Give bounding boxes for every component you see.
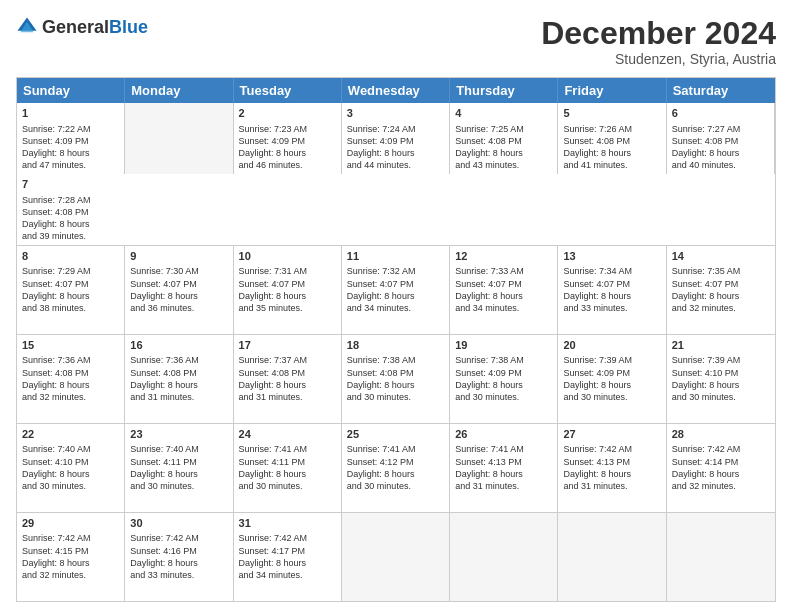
calendar-cell: 6Sunrise: 7:27 AMSunset: 4:08 PMDaylight…: [667, 103, 775, 174]
calendar-cell: 20Sunrise: 7:39 AMSunset: 4:09 PMDayligh…: [558, 335, 666, 423]
calendar-cell: 4Sunrise: 7:25 AMSunset: 4:08 PMDaylight…: [450, 103, 558, 174]
calendar-cell: 10Sunrise: 7:31 AMSunset: 4:07 PMDayligh…: [234, 246, 342, 334]
day-header-tuesday: Tuesday: [234, 78, 342, 103]
calendar-cell: 7Sunrise: 7:28 AMSunset: 4:08 PMDaylight…: [17, 174, 125, 245]
calendar-cell: 2Sunrise: 7:23 AMSunset: 4:09 PMDaylight…: [234, 103, 342, 174]
calendar-week: 15Sunrise: 7:36 AMSunset: 4:08 PMDayligh…: [17, 334, 775, 423]
calendar-cell: 26Sunrise: 7:41 AMSunset: 4:13 PMDayligh…: [450, 424, 558, 512]
day-header-saturday: Saturday: [667, 78, 775, 103]
calendar-week: 22Sunrise: 7:40 AMSunset: 4:10 PMDayligh…: [17, 423, 775, 512]
day-header-thursday: Thursday: [450, 78, 558, 103]
calendar-cell: 24Sunrise: 7:41 AMSunset: 4:11 PMDayligh…: [234, 424, 342, 512]
calendar-cell-empty: [342, 513, 450, 601]
day-header-wednesday: Wednesday: [342, 78, 450, 103]
calendar-cell: 21Sunrise: 7:39 AMSunset: 4:10 PMDayligh…: [667, 335, 775, 423]
calendar-cell-empty: [667, 513, 775, 601]
day-header-friday: Friday: [558, 78, 666, 103]
calendar-cell: 29Sunrise: 7:42 AMSunset: 4:15 PMDayligh…: [17, 513, 125, 601]
page: GeneralBlue December 2024 Studenzen, Sty…: [0, 0, 792, 612]
calendar-cell: 12Sunrise: 7:33 AMSunset: 4:07 PMDayligh…: [450, 246, 558, 334]
logo: GeneralBlue: [16, 16, 148, 38]
calendar-week: 8Sunrise: 7:29 AMSunset: 4:07 PMDaylight…: [17, 245, 775, 334]
calendar-cell: 18Sunrise: 7:38 AMSunset: 4:08 PMDayligh…: [342, 335, 450, 423]
calendar-cell: 22Sunrise: 7:40 AMSunset: 4:10 PMDayligh…: [17, 424, 125, 512]
calendar-cell: 9Sunrise: 7:30 AMSunset: 4:07 PMDaylight…: [125, 246, 233, 334]
calendar-cell: 17Sunrise: 7:37 AMSunset: 4:08 PMDayligh…: [234, 335, 342, 423]
calendar-cell: 19Sunrise: 7:38 AMSunset: 4:09 PMDayligh…: [450, 335, 558, 423]
calendar-cell: 16Sunrise: 7:36 AMSunset: 4:08 PMDayligh…: [125, 335, 233, 423]
calendar-body: 1Sunrise: 7:22 AMSunset: 4:09 PMDaylight…: [17, 103, 775, 601]
calendar-cell-empty: [125, 103, 233, 174]
calendar-cell-empty: [558, 513, 666, 601]
logo-text: GeneralBlue: [42, 17, 148, 38]
calendar-cell-empty: [450, 513, 558, 601]
month-title: December 2024: [541, 16, 776, 51]
calendar-cell: 8Sunrise: 7:29 AMSunset: 4:07 PMDaylight…: [17, 246, 125, 334]
calendar-cell: 27Sunrise: 7:42 AMSunset: 4:13 PMDayligh…: [558, 424, 666, 512]
calendar-cell: 3Sunrise: 7:24 AMSunset: 4:09 PMDaylight…: [342, 103, 450, 174]
logo-icon: [16, 16, 38, 38]
calendar-cell: 11Sunrise: 7:32 AMSunset: 4:07 PMDayligh…: [342, 246, 450, 334]
header: GeneralBlue December 2024 Studenzen, Sty…: [16, 16, 776, 67]
calendar-week: 29Sunrise: 7:42 AMSunset: 4:15 PMDayligh…: [17, 512, 775, 601]
calendar-cell: 13Sunrise: 7:34 AMSunset: 4:07 PMDayligh…: [558, 246, 666, 334]
title-area: December 2024 Studenzen, Styria, Austria: [541, 16, 776, 67]
location-title: Studenzen, Styria, Austria: [541, 51, 776, 67]
calendar-week: 1Sunrise: 7:22 AMSunset: 4:09 PMDaylight…: [17, 103, 775, 245]
day-header-monday: Monday: [125, 78, 233, 103]
calendar: SundayMondayTuesdayWednesdayThursdayFrid…: [16, 77, 776, 602]
calendar-cell: 14Sunrise: 7:35 AMSunset: 4:07 PMDayligh…: [667, 246, 775, 334]
calendar-cell: 23Sunrise: 7:40 AMSunset: 4:11 PMDayligh…: [125, 424, 233, 512]
calendar-cell: 5Sunrise: 7:26 AMSunset: 4:08 PMDaylight…: [558, 103, 666, 174]
calendar-cell: 31Sunrise: 7:42 AMSunset: 4:17 PMDayligh…: [234, 513, 342, 601]
calendar-cell: 30Sunrise: 7:42 AMSunset: 4:16 PMDayligh…: [125, 513, 233, 601]
day-header-sunday: Sunday: [17, 78, 125, 103]
calendar-header-row: SundayMondayTuesdayWednesdayThursdayFrid…: [17, 78, 775, 103]
calendar-cell: 28Sunrise: 7:42 AMSunset: 4:14 PMDayligh…: [667, 424, 775, 512]
logo-area: GeneralBlue: [16, 16, 148, 38]
calendar-cell: 1Sunrise: 7:22 AMSunset: 4:09 PMDaylight…: [17, 103, 125, 174]
calendar-cell: 15Sunrise: 7:36 AMSunset: 4:08 PMDayligh…: [17, 335, 125, 423]
calendar-cell: 25Sunrise: 7:41 AMSunset: 4:12 PMDayligh…: [342, 424, 450, 512]
